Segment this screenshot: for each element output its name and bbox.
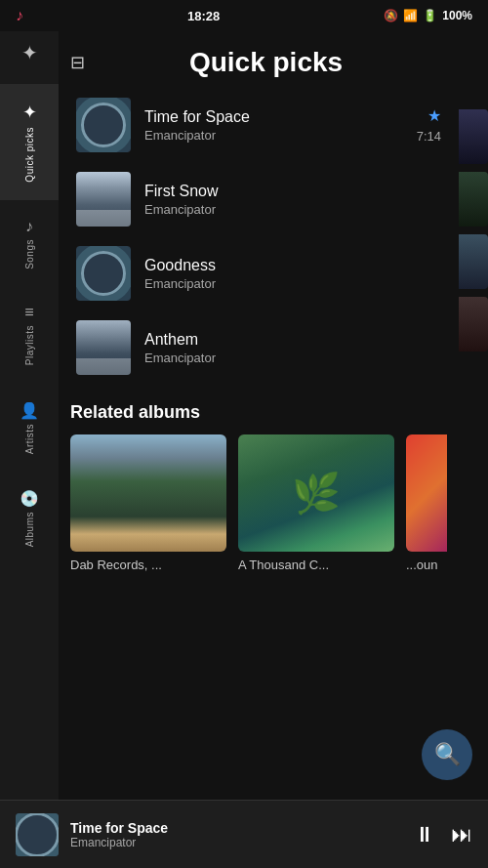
track-star-1[interactable]: ★ <box>427 106 441 125</box>
track-item[interactable]: Goodness Emancipator <box>70 238 447 309</box>
sidebar-item-songs[interactable]: ♪ Songs <box>0 200 59 287</box>
songs-icon: ♪ <box>25 218 33 235</box>
pause-button[interactable]: ⏸ <box>414 822 435 847</box>
album-card-1[interactable]: Dab Records, ... <box>70 434 226 572</box>
album-label-2: A Thousand C... <box>238 558 394 572</box>
album-thumb-2 <box>238 434 394 552</box>
status-right: 🔕 📶 🔋 100% <box>384 9 472 22</box>
quick-picks-icon: ✦ <box>22 102 37 123</box>
filter-button[interactable]: ⊟ <box>70 52 85 73</box>
main-content: ⊟ Quick picks Time for Space Emancipator… <box>59 31 459 800</box>
track-item[interactable]: Anthem Emancipator <box>70 312 447 383</box>
now-playing-title: Time for Space <box>70 820 414 836</box>
app-logo: ♪ <box>16 7 23 24</box>
related-albums-title: Related albums <box>70 402 447 423</box>
battery-pct: 100% <box>442 9 472 22</box>
track-list: Time for Space Emancipator ★ 7:14 First … <box>70 90 447 383</box>
status-time: 18:28 <box>187 9 220 23</box>
track-artist-2: Emancipator <box>144 202 441 217</box>
album-label-1: Dab Records, ... <box>70 558 226 572</box>
right-thumb-3 <box>459 234 488 289</box>
header: ⊟ Quick picks <box>70 31 447 90</box>
sidebar-item-artists[interactable]: 👤 Artists <box>0 384 59 472</box>
anthem-art <box>76 320 131 375</box>
track-item[interactable]: First Snow Emancipator <box>70 164 447 234</box>
goodness-art <box>76 246 131 301</box>
track-info-1: Time for Space Emancipator <box>144 108 417 143</box>
sidebar-item-quick-picks[interactable]: ✦ Quick picks <box>0 84 59 200</box>
sidebar: ✦ ✦ Quick picks ♪ Songs ≡ Playlists 👤 Ar… <box>0 31 59 800</box>
track-thumb-1 <box>76 98 131 152</box>
track-title-3: Goodness <box>144 257 441 274</box>
playlists-icon: ≡ <box>24 304 33 321</box>
track-info-4: Anthem Emancipator <box>144 331 441 365</box>
artists-icon: 👤 <box>20 401 39 420</box>
sidebar-items: ✦ Quick picks ♪ Songs ≡ Playlists 👤 Arti… <box>0 84 59 564</box>
track-info-3: Goodness Emancipator <box>144 257 441 291</box>
related-albums-section: Related albums Dab Records, ... A Thousa… <box>70 402 447 572</box>
now-playing-controls: ⏸ ⏭ <box>414 822 472 847</box>
album-card-3[interactable]: ...oun <box>406 434 447 572</box>
np-art <box>16 813 59 856</box>
now-playing-info: Time for Space Emancipator <box>70 820 414 849</box>
right-thumb-1 <box>459 109 488 164</box>
sidebar-item-albums-label: Albums <box>24 512 35 547</box>
page-title: Quick picks <box>85 47 447 78</box>
first-snow-art <box>76 172 131 227</box>
album-label-3: ...oun <box>406 558 447 572</box>
now-playing-thumb <box>16 813 59 856</box>
sidebar-item-playlists-label: Playlists <box>24 325 35 365</box>
sidebar-item-albums[interactable]: 💿 Albums <box>0 472 59 564</box>
sidebar-logo: ✦ <box>21 41 38 64</box>
track-info-2: First Snow Emancipator <box>144 183 441 217</box>
now-playing-artist: Emancipator <box>70 836 414 849</box>
album-card-2[interactable]: A Thousand C... <box>238 434 394 572</box>
forest-album-art <box>70 434 226 552</box>
sidebar-item-playlists[interactable]: ≡ Playlists <box>0 286 59 383</box>
track-thumb-2 <box>76 172 131 227</box>
colorful-album-art <box>406 434 447 552</box>
sidebar-item-artists-label: Artists <box>24 424 35 454</box>
track-meta-1: ★ 7:14 <box>417 106 441 144</box>
right-panel <box>459 31 488 800</box>
track-thumb-4 <box>76 320 131 375</box>
app-container: ✦ ✦ Quick picks ♪ Songs ≡ Playlists 👤 Ar… <box>0 31 488 800</box>
track-duration-1: 7:14 <box>417 129 441 144</box>
track-artist-4: Emancipator <box>144 351 441 365</box>
right-thumb-4 <box>459 297 488 351</box>
sidebar-item-songs-label: Songs <box>24 239 35 269</box>
skip-button[interactable]: ⏭ <box>451 822 472 847</box>
track-title-4: Anthem <box>144 331 441 349</box>
track-artist-3: Emancipator <box>144 276 441 291</box>
track-thumb-3 <box>76 246 131 301</box>
sidebar-item-quick-picks-label: Quick picks <box>24 127 35 183</box>
track-item[interactable]: Time for Space Emancipator ★ 7:14 <box>70 90 447 160</box>
now-playing-bar: Time for Space Emancipator ⏸ ⏭ <box>0 800 488 868</box>
wifi-icon: 📶 <box>403 9 418 22</box>
albums-icon: 💿 <box>20 489 39 508</box>
track-title-2: First Snow <box>144 183 441 200</box>
tropical-album-art <box>238 434 394 552</box>
right-thumb-2 <box>459 172 488 227</box>
search-icon: 🔍 <box>434 742 461 767</box>
album-thumb-1 <box>70 434 226 552</box>
time-for-space-art <box>76 98 131 152</box>
album-thumb-3 <box>406 434 447 552</box>
albums-row: Dab Records, ... A Thousand C... ...oun <box>70 434 447 572</box>
mute-icon: 🔕 <box>384 9 398 22</box>
track-artist-1: Emancipator <box>144 128 417 143</box>
search-button[interactable]: 🔍 <box>422 729 472 780</box>
status-bar: ♪ 18:28 🔕 📶 🔋 100% <box>0 0 488 31</box>
logo-icon: ✦ <box>21 42 38 63</box>
track-title-1: Time for Space <box>144 108 417 126</box>
battery-icon: 🔋 <box>423 9 437 22</box>
